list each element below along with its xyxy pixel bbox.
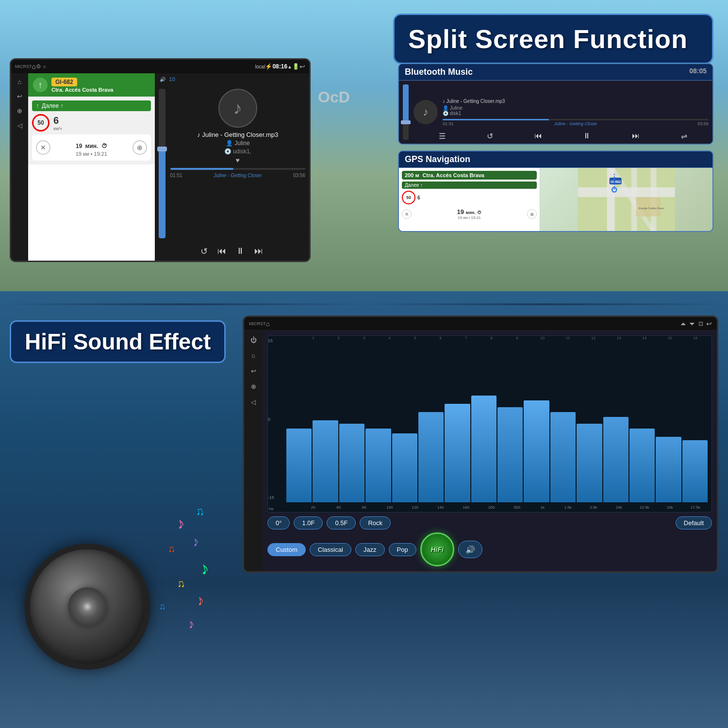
bt-progress[interactable]: [443, 119, 709, 120]
svg-text:GI-682: GI-682: [610, 180, 621, 183]
eq-add-sidebar-icon[interactable]: ⊕: [248, 381, 259, 392]
bt-repeat-icon[interactable]: ↺: [487, 132, 493, 141]
eq-bar-5[interactable]: [392, 338, 417, 502]
preset-05f[interactable]: 0.5F: [327, 516, 356, 529]
eq-back-sidebar-icon[interactable]: ↩: [248, 365, 259, 376]
nav-eta: ✕ 19 мин. ⏱ 19 км • 19:21 ⊕: [32, 134, 151, 161]
bt-next-icon[interactable]: ⏭: [632, 132, 640, 141]
nav-header: ↑ GI-682 Ctra. Accés Costa Brava: [28, 73, 155, 97]
rst-label: RST: [23, 64, 32, 69]
bt-shuffle-icon[interactable]: ⇌: [681, 132, 687, 141]
back-sidebar-icon[interactable]: ↩: [15, 91, 25, 101]
eq-bar-2[interactable]: [313, 338, 338, 502]
music-controls: ↺ ⏮ ⏸ ⏭: [155, 242, 309, 261]
nav-arrow-icon: ↑: [36, 102, 39, 109]
eq-bar-9[interactable]: [497, 338, 523, 502]
bt-artist: 👤 Juline: [443, 105, 709, 111]
volume-fill: [159, 149, 165, 238]
eq-power-icon[interactable]: ⏻: [248, 334, 259, 345]
nav-screen: ↑ GI-682 Ctra. Accés Costa Brava ↑ Далее…: [28, 73, 155, 261]
nav-route-info: GI-682 Ctra. Accés Costa Brava: [51, 77, 113, 93]
speed-limit-sign: 50: [32, 114, 50, 132]
next-next-icon[interactable]: ⏭: [254, 246, 263, 257]
eq-y-0: 0: [268, 417, 282, 422]
bt-volume-thumb: [401, 120, 411, 124]
eq-bar-10[interactable]: [524, 338, 549, 502]
preset-rock[interactable]: Rock: [360, 516, 391, 529]
eq-bar-16[interactable]: [682, 338, 708, 502]
eq-bar-8[interactable]: [471, 338, 496, 502]
song-album: 💿 udisk1,: [197, 148, 278, 156]
time-display: 08:16: [272, 63, 287, 70]
preset-pop[interactable]: Pop: [389, 543, 416, 556]
top-section: Split Screen Function OcD MIC RST ⌂ ⚙ ⟐ …: [0, 0, 728, 301]
hifi-title: HiFi Sound Effect: [25, 329, 211, 355]
speed-display: 6 км/ч: [53, 115, 62, 131]
note-9: ♪: [186, 616, 196, 632]
eq-bar-4[interactable]: [365, 338, 391, 502]
preset-default[interactable]: Default: [676, 516, 712, 529]
route-name: Ctra. Accés Costa Brava: [51, 87, 113, 93]
eq-vol-sidebar-icon[interactable]: ◁: [248, 397, 259, 407]
bt-album: 💿 disk1: [443, 111, 709, 116]
music-center: ♪ ♪ Juline - Getting Closer.mp3 👤 Juline…: [170, 89, 305, 238]
eq-bar-14[interactable]: [629, 338, 655, 502]
song-heart[interactable]: ♥: [197, 156, 278, 165]
split-previews: Bluetooth Music 08:05 ♪ ♪ Juline - Getti…: [398, 63, 713, 232]
eq-preset-row-1: 0° 1.0F 0.5F Rock Default: [267, 516, 712, 529]
note-5: ♪: [198, 557, 211, 579]
speed-limit-row: 50 6 км/ч: [32, 114, 151, 132]
eq-bar-1[interactable]: [286, 338, 312, 502]
unit-status-bar: MIC RST ⌂ ⚙ ⟐ local ⚡ 08:16 ▲ 🔋 ↩: [11, 60, 309, 73]
eq-bar-6[interactable]: [418, 338, 444, 502]
music-notes: ♪ ♫ ♪ ♫ ♪ ♫ ♪ ♫ ♪: [78, 505, 214, 650]
gps-eta-row: ✕ 19 мин. ⏱ 19 км • 19:21 ⊕: [402, 208, 537, 220]
prev-prev-icon[interactable]: ⏮: [217, 246, 226, 257]
note-4: ♫: [166, 543, 176, 555]
gps-route-banner: 200 м Ctra. Accés Costa Brava: [402, 171, 537, 180]
eq-bar-3[interactable]: [339, 338, 364, 502]
gps-preview: GPS Navigation 200 м Ctra. Accés Costa B…: [398, 150, 713, 232]
home-sidebar-icon[interactable]: ⌂: [15, 76, 25, 87]
music-progress-bar[interactable]: [170, 168, 305, 170]
add-sidebar-icon[interactable]: ⊕: [15, 105, 25, 116]
vol-sidebar-icon[interactable]: ◁: [15, 120, 25, 131]
play-pause-icon[interactable]: ⏸: [236, 246, 245, 257]
settings-icons: ⚙ ⟐: [36, 63, 46, 70]
eq-bar-12[interactable]: [577, 338, 602, 502]
nav-direction-icon: ↑: [33, 78, 48, 92]
route-badge: GI-682: [51, 78, 77, 86]
volume-icon-button[interactable]: 🔊: [458, 541, 482, 558]
bt-pause-icon[interactable]: ⏸: [583, 132, 591, 141]
music-volume-slider[interactable]: [159, 89, 165, 238]
bluetooth-preview-content: ♪ ♪ Juline - Getting Closer.mp3 👤 Juline…: [399, 81, 712, 144]
repeat-icon[interactable]: ↺: [200, 246, 208, 257]
unit-main-content: ↑ GI-682 Ctra. Accés Costa Brava ↑ Далее…: [28, 73, 309, 261]
gps-nav-icon[interactable]: ⊕: [527, 209, 537, 219]
eta-info: 19 мин. ⏱ 19 км • 19:21: [76, 138, 107, 157]
bt-list-icon[interactable]: ☰: [439, 132, 446, 141]
eq-bar-7[interactable]: [445, 338, 470, 502]
preset-custom[interactable]: Custom: [267, 543, 306, 556]
preset-0deg[interactable]: 0°: [267, 516, 290, 529]
eq-bar-13[interactable]: [603, 338, 629, 502]
gps-close-icon[interactable]: ✕: [402, 209, 412, 219]
note-8: ♫: [157, 601, 166, 613]
eq-presets: 0° 1.0F 0.5F Rock Default Custom Classic…: [267, 516, 712, 566]
bt-prev-icon[interactable]: ⏮: [534, 132, 542, 141]
eq-bar-11[interactable]: [550, 338, 576, 502]
preset-1f[interactable]: 1.0F: [294, 516, 323, 529]
gps-eta-info: 19 мин. ⏱ 19 км • 19:21: [457, 208, 481, 220]
eq-bar-15[interactable]: [656, 338, 681, 502]
eq-content: 15 0 -15 1 2 3 4 5 6 7 8 9 10 11: [263, 331, 717, 571]
eq-home-sidebar-icon[interactable]: ⌂: [248, 350, 259, 361]
eta-close-icon[interactable]: ✕: [36, 140, 50, 155]
eq-mic-label: MIC: [249, 321, 257, 326]
bluetooth-preview-title: Bluetooth Music: [405, 67, 473, 77]
eq-preset-row-2: Custom Classical Jazz Pop HiFi 🔊: [267, 532, 712, 566]
nav-instruction: ↑ Далее ↑: [32, 100, 151, 111]
eta-nav-icon[interactable]: ⊕: [132, 140, 147, 155]
bt-volume-slider[interactable]: [403, 84, 409, 140]
preset-jazz[interactable]: Jazz: [355, 543, 385, 556]
preset-classical[interactable]: Classical: [310, 543, 351, 556]
